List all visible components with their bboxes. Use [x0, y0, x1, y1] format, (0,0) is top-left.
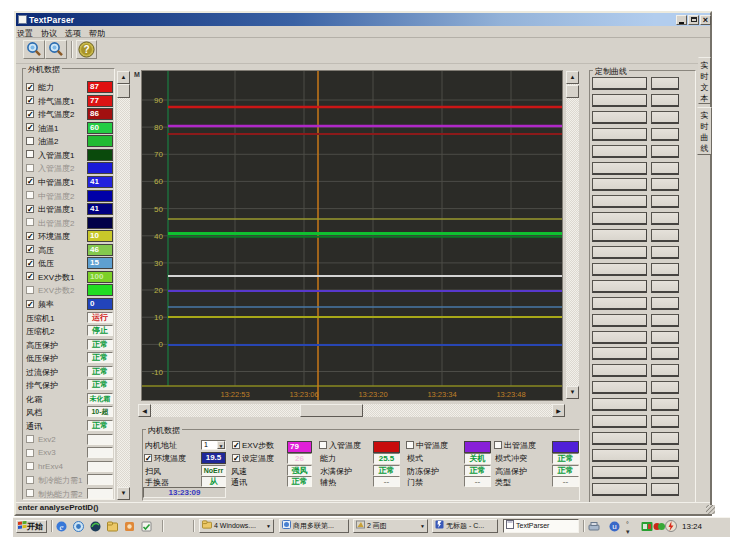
svg-text:20: 20 — [154, 286, 163, 295]
svg-text:70: 70 — [154, 150, 163, 159]
svg-text:-10: -10 — [151, 368, 163, 377]
svg-text:u: u — [612, 522, 616, 531]
svg-text:40: 40 — [154, 232, 163, 241]
svg-text:13:23:20: 13:23:20 — [358, 390, 387, 399]
svg-text:13:23:06: 13:23:06 — [289, 390, 318, 399]
svg-text:13:22:53: 13:22:53 — [220, 390, 249, 399]
svg-text:50: 50 — [154, 205, 163, 214]
svg-text:30: 30 — [154, 259, 163, 268]
svg-text:80: 80 — [154, 123, 163, 132]
svg-text:0: 0 — [159, 340, 164, 349]
svg-text:e: e — [60, 522, 64, 532]
svg-text:?: ? — [83, 44, 89, 55]
svg-text:13:23:34: 13:23:34 — [427, 390, 456, 399]
svg-text:13:23:48: 13:23:48 — [496, 390, 525, 399]
svg-text:60: 60 — [154, 177, 163, 186]
svg-text:10: 10 — [154, 313, 163, 322]
svg-text:90: 90 — [154, 96, 163, 105]
